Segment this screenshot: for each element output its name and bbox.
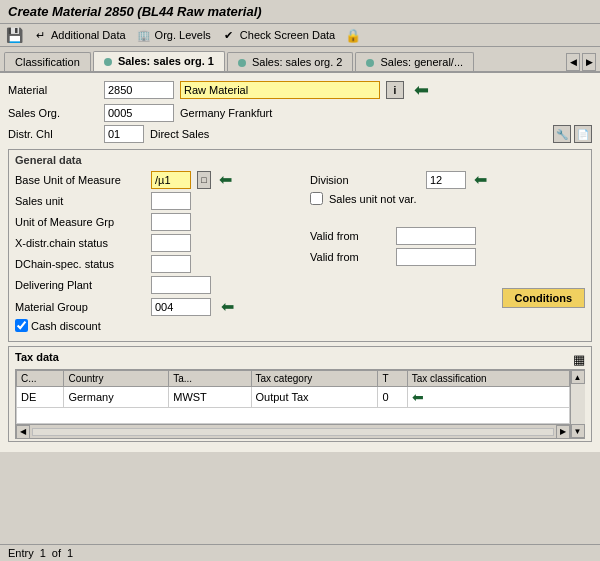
tab-sales-general[interactable]: Sales: general/... [355,52,474,71]
dchain-input[interactable] [151,255,191,273]
division-input[interactable] [426,171,466,189]
title-bar: Create Material 2850 (BL44 Raw material) [0,0,600,24]
material-arrow: ⬅ [414,79,429,101]
material-group-input[interactable] [151,298,211,316]
distr-chl-name: Direct Sales [150,128,210,140]
info-button[interactable]: i [386,81,404,99]
material-group-arrow: ⬅ [221,297,234,316]
base-uom-label: Base Unit of Measure [15,174,145,186]
col-header-t: T [378,371,407,387]
check-screen-icon: ✔ [221,27,237,43]
delivering-plant-label: Delivering Plant [15,279,145,291]
tax-table-wrapper: C... Country Ta... Tax category T Tax cl… [15,369,585,439]
cell-country: Germany [64,387,169,408]
of-label: of [52,547,61,559]
cash-discount-row: Cash discount [15,319,290,332]
uom-grp-row: Unit of Measure Grp [15,213,290,231]
sales-org-input[interactable] [104,104,174,122]
tab-prev-button[interactable]: ◀ [566,53,580,71]
sales-org-row: Sales Org. Germany Frankfurt [8,104,592,122]
main-content: Material i ⬅ Sales Org. Germany Frankfur… [0,73,600,452]
tab-bar: Classification Sales: sales org. 1 Sales… [0,47,600,73]
sales-unit-input[interactable] [151,192,191,210]
sales-unit-not-var-label: Sales unit not var. [329,193,416,205]
distr-chl-input[interactable] [104,125,144,143]
status-bar: Entry 1 of 1 [0,544,600,561]
tax-data-section: Tax data ▦ C... Country Ta... Tax catego… [8,346,592,442]
col-header-ta: Ta... [169,371,251,387]
sales-unit-not-var-row: Sales unit not var. [310,192,585,205]
sales-org-name: Germany Frankfurt [180,107,272,119]
table-row: DE Germany MWST Output Tax 0 ⬅ [17,387,570,408]
material-label: Material [8,84,98,96]
tab-dot [104,58,112,66]
tax-table: C... Country Ta... Tax category T Tax cl… [16,370,570,424]
additional-data-icon: ↵ [32,27,48,43]
h-scroll-right[interactable]: ▶ [556,425,570,439]
h-scrollbar: ◀ ▶ [16,424,570,438]
tab-navigation: ◀ ▶ [566,53,596,71]
conditions-button[interactable]: Conditions [502,288,585,308]
check-screen-button[interactable]: ✔ Check Screen Data [221,27,335,43]
valid-from-row: Valid from [310,227,585,245]
save-button[interactable]: 💾 [6,27,22,43]
base-uom-row: Base Unit of Measure □ ⬅ [15,170,290,189]
col-header-country: Country [64,371,169,387]
page-number: 1 [40,547,46,559]
cell-ta: MWST [169,387,251,408]
window-title: Create Material 2850 (BL44 Raw material) [8,4,262,19]
sales-unit-not-var-checkbox[interactable] [310,192,323,205]
x-distr-label: X-distr.chain status [15,237,145,249]
cash-discount-label: Cash discount [31,320,101,332]
base-uom-input[interactable] [151,171,191,189]
cell-tax-class: ⬅ [407,387,569,408]
total-pages: 1 [67,547,73,559]
division-label: Division [310,174,420,186]
valid-from2-row: Valid from [310,248,585,266]
tax-data-title: Tax data [15,351,59,363]
tab-sales-org-1[interactable]: Sales: sales org. 1 [93,51,225,71]
uom-arrow: ⬅ [219,170,232,189]
lock-button[interactable]: 🔒 [345,27,361,43]
tab-dot [238,59,246,67]
tab-classification[interactable]: Classification [4,52,91,71]
x-distr-input[interactable] [151,234,191,252]
material-input[interactable] [104,81,174,99]
material-group-label: Material Group [15,301,145,313]
toolbar: 💾 ↵ Additional Data 🏢 Org. Levels ✔ Chec… [0,24,600,47]
tools-button-1[interactable]: 🔧 [553,125,571,143]
scroll-up-button[interactable]: ▲ [571,370,585,384]
valid-from-input[interactable] [396,227,476,245]
uom-grp-input[interactable] [151,213,191,231]
dchain-row: DChain-spec. status [15,255,290,273]
col-header-c: C... [17,371,64,387]
additional-data-button[interactable]: ↵ Additional Data [32,27,126,43]
uom-grp-label: Unit of Measure Grp [15,216,145,228]
distr-chl-label: Distr. Chl [8,128,98,140]
valid-from2-input[interactable] [396,248,476,266]
uom-browse-button[interactable]: □ [197,171,211,189]
material-desc-input[interactable] [180,81,380,99]
tab-next-button[interactable]: ▶ [582,53,596,71]
tab-sales-org-2[interactable]: Sales: sales org. 2 [227,52,354,71]
h-scroll-left[interactable]: ◀ [16,425,30,439]
tax-class-arrow: ⬅ [412,389,424,405]
x-distr-row: X-distr.chain status [15,234,290,252]
scroll-down-button[interactable]: ▼ [571,424,585,438]
tab-dot [366,59,374,67]
h-scroll-track[interactable] [32,428,554,436]
cell-tax-cat: Output Tax [251,387,378,408]
division-row: Division ⬅ [310,170,585,189]
cash-discount-checkbox[interactable] [15,319,28,332]
sales-org-label: Sales Org. [8,107,98,119]
general-data-title: General data [15,154,585,166]
tools-button-2[interactable]: 📄 [574,125,592,143]
material-row: Material i ⬅ [8,79,592,101]
division-arrow: ⬅ [474,170,487,189]
sales-unit-label: Sales unit [15,195,145,207]
org-levels-button[interactable]: 🏢 Org. Levels [136,27,211,43]
delivering-plant-input[interactable] [151,276,211,294]
delivering-plant-row: Delivering Plant [15,276,290,294]
valid-from-label: Valid from [310,230,390,242]
entry-label: Entry [8,547,34,559]
